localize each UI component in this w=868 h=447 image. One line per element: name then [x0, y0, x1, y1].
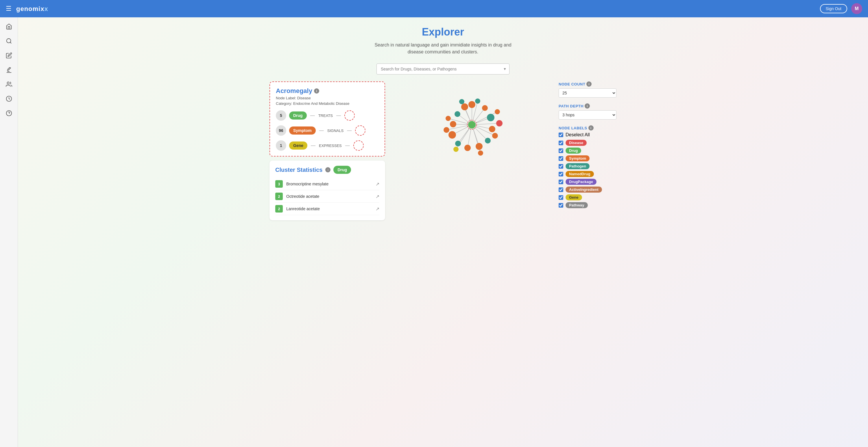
cluster-item: 3 Bromocriptine mesylate ↗ [275, 178, 379, 190]
cluster-panel: Cluster Statistics i Drug 3 Bromocriptin… [270, 161, 385, 220]
gene-checkbox[interactable] [559, 195, 563, 200]
external-link-icon[interactable]: ↗ [376, 206, 379, 212]
external-link-icon[interactable]: ↗ [376, 194, 379, 199]
node-labels-label: NODE LABELS i [559, 125, 616, 131]
disease-category: Category: Endocrine And Metabolic Diseas… [276, 101, 379, 106]
drugpackage-checkbox[interactable] [559, 180, 563, 184]
symptom-pill: Symptom [289, 127, 316, 135]
nameddrug-checkbox[interactable] [559, 172, 563, 176]
symptom-count: 96 [276, 125, 286, 136]
svg-point-34 [455, 141, 461, 146]
svg-point-33 [464, 145, 471, 151]
node-count-label: NODE COUNT i [559, 81, 616, 87]
avatar[interactable]: M [851, 3, 862, 14]
svg-point-30 [489, 126, 495, 132]
sidebar-item-help[interactable] [3, 107, 15, 119]
symptom-relation-text: SIGNALS [327, 129, 343, 133]
svg-point-44 [445, 116, 451, 121]
deselect-all-label: Deselect All [565, 132, 590, 137]
label-row-pathogen: Pathogen [559, 163, 616, 169]
cluster-item: 2 Octreotide acetate ↗ [275, 190, 379, 203]
sidebar-item-microscope[interactable] [3, 64, 15, 76]
svg-line-18 [472, 123, 499, 125]
graph-area [391, 81, 553, 168]
relation-row-drug: 5 Drug — TREATS — [276, 110, 379, 121]
node-labels-section: NODE LABELS i Deselect All Disease Drug [559, 125, 616, 210]
sidebar-item-search[interactable] [3, 35, 15, 47]
cluster-item-count: 2 [275, 193, 283, 200]
deselect-all-checkbox[interactable] [559, 133, 563, 137]
path-depth-info-icon[interactable]: i [585, 103, 590, 109]
node-count-info-icon[interactable]: i [586, 81, 592, 87]
label-row-pathway: Pathway [559, 202, 616, 208]
gene-label-pill: Gene [565, 194, 582, 200]
cluster-item-count: 3 [275, 180, 283, 188]
disease-title: Acromegaly i [276, 87, 379, 95]
cluster-item-name: Lanreotide acetate [286, 206, 372, 211]
hamburger-icon[interactable]: ☰ [6, 5, 11, 12]
disease-checkbox[interactable] [559, 141, 563, 145]
cluster-info-icon[interactable]: i [325, 167, 331, 172]
disease-node-label: Node Label: Disease [276, 96, 379, 100]
disease-info-icon[interactable]: i [314, 89, 319, 94]
sidebar-item-users[interactable] [3, 78, 15, 91]
app-logo: genomixx [16, 5, 48, 13]
label-row-symptom: Symptom [559, 156, 616, 162]
search-input[interactable] [376, 64, 509, 74]
label-row-disease: Disease [559, 140, 616, 146]
gene-target-node [353, 140, 364, 151]
sidebar-item-edit[interactable] [3, 49, 15, 62]
symptom-checkbox[interactable] [559, 156, 563, 161]
path-depth-select[interactable]: 1 hop 2 hops 3 hops 4 hops [559, 110, 616, 119]
svg-point-32 [476, 143, 483, 150]
label-row-drugpackage: DrugPackage [559, 179, 616, 185]
path-depth-label: PATH DEPTH i [559, 103, 616, 109]
node-count-section: NODE COUNT i 10 25 50 100 [559, 81, 616, 98]
sign-out-button[interactable]: Sign Out [820, 4, 847, 13]
content-area: Explorer Search in natural language and … [18, 17, 868, 447]
cluster-items-list: 3 Bromocriptine mesylate ↗ 2 Octreotide … [275, 178, 379, 215]
drug-target-node [344, 110, 355, 121]
sidebar-item-history[interactable] [3, 93, 15, 105]
cluster-drug-pill: Drug [333, 166, 351, 174]
pathogen-checkbox[interactable] [559, 164, 563, 169]
drug-checkbox[interactable] [559, 148, 563, 153]
svg-point-38 [461, 103, 468, 110]
nameddrug-label-pill: NamedDrug [565, 171, 594, 177]
node-labels-info-icon[interactable]: i [588, 125, 594, 131]
cluster-item: 2 Lanreotide acetate ↗ [275, 203, 379, 215]
search-dropdown-icon[interactable]: ▼ [503, 67, 506, 71]
svg-point-37 [455, 111, 460, 117]
drug-label-pill: Drug [565, 147, 581, 153]
svg-line-1 [10, 42, 11, 43]
bottom-area: Acromegaly i Node Label: Disease Categor… [270, 81, 616, 220]
svg-point-0 [6, 39, 11, 43]
pathway-checkbox[interactable] [559, 203, 563, 208]
cluster-title: Cluster Statistics [275, 167, 322, 173]
node-count-select[interactable]: 10 25 50 100 [559, 89, 616, 98]
cluster-item-name: Bromocriptine mesylate [286, 182, 372, 186]
path-depth-section: PATH DEPTH i 1 hop 2 hops 3 hops 4 hops [559, 103, 616, 119]
page-subtitle: Search in natural language and gain immi… [374, 42, 511, 56]
svg-point-29 [487, 114, 494, 121]
cluster-item-count: 2 [275, 205, 283, 212]
svg-point-27 [468, 101, 475, 108]
activeingredient-checkbox[interactable] [559, 187, 563, 192]
relation-row-gene: 1 Gene — EXPRESSES — [276, 140, 379, 151]
disease-label-pill: Disease [565, 140, 587, 146]
nav-left: ☰ genomixx [6, 5, 48, 13]
drug-count: 5 [276, 110, 286, 121]
cluster-item-name: Octreotide acetate [286, 194, 372, 199]
svg-point-28 [482, 105, 488, 111]
sidebar-item-home[interactable] [3, 20, 15, 33]
left-panels: Acromegaly i Node Label: Disease Categor… [270, 81, 385, 220]
deselect-all-row: Deselect All [559, 132, 616, 137]
label-row-nameddrug: NamedDrug [559, 171, 616, 177]
svg-point-40 [495, 109, 500, 114]
relation-row-symptom: 96 Symptom — SIGNALS — [276, 125, 379, 136]
svg-point-43 [443, 127, 449, 133]
external-link-icon[interactable]: ↗ [376, 181, 379, 187]
graph-svg [434, 87, 509, 162]
drugpackage-label-pill: DrugPackage [565, 179, 596, 185]
gene-relation-text: EXPRESSES [319, 143, 342, 148]
